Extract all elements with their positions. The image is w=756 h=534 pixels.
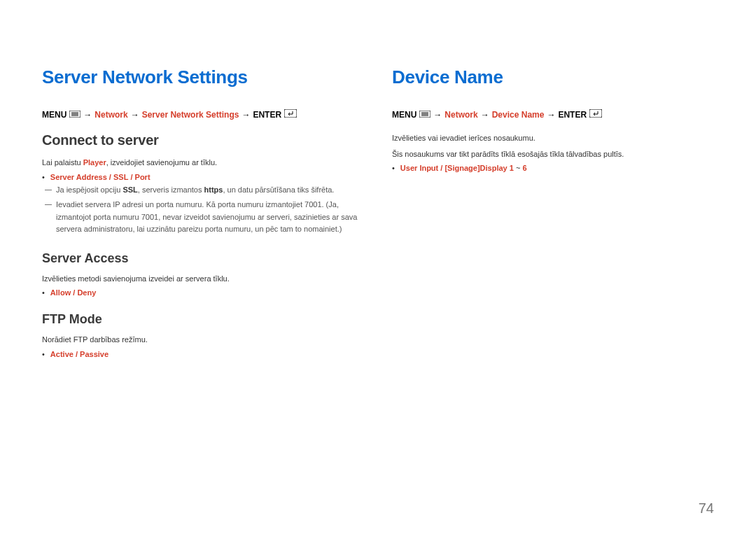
- page-number: 74: [699, 500, 714, 517]
- connect-to-server-heading: Connect to server: [42, 132, 364, 148]
- opt-port: Port: [135, 173, 150, 181]
- bullet-dot: •: [42, 350, 45, 358]
- bullet-dot: •: [392, 164, 395, 172]
- path-item: Device Name: [492, 110, 545, 120]
- enter-icon: [284, 109, 297, 120]
- path-network: Network: [94, 110, 127, 120]
- ssl-note: Ja iespējosit opciju SSL, serveris izman…: [42, 184, 364, 197]
- dash-icon: [45, 204, 52, 205]
- svg-rect-9: [589, 109, 602, 118]
- left-column: Server Network Settings MENU → Network →…: [42, 66, 364, 361]
- player-keyword: Player: [83, 158, 106, 167]
- server-access-heading: Server Access: [42, 251, 364, 266]
- enter-label: ENTER: [253, 110, 281, 120]
- path-item: Server Network Settings: [142, 110, 239, 120]
- arrow: →: [433, 110, 442, 120]
- opt-signage-suffix: 6: [522, 164, 526, 172]
- two-column-layout: Server Network Settings MENU → Network →…: [42, 66, 714, 361]
- opt-allow: Allow: [50, 288, 71, 297]
- opt-ssl: SSL: [113, 173, 128, 181]
- menu-icon: [69, 110, 80, 120]
- arrow: →: [547, 110, 555, 120]
- path-network: Network: [444, 110, 477, 120]
- bullet-dot: •: [42, 173, 45, 181]
- device-name-heading: Device Name: [392, 66, 714, 88]
- access-para: Izvēlieties metodi savienojuma izveidei …: [42, 273, 364, 285]
- opt-signage-prefix: [Signage]Display 1: [444, 164, 513, 172]
- connect-options: • Server Address / SSL / Port: [42, 173, 364, 181]
- right-column: Device Name MENU → Network → Device Name…: [392, 66, 714, 361]
- menu-path-dn: MENU → Network → Device Name → ENTER: [392, 109, 714, 120]
- opt-range-sep: ~: [514, 164, 523, 172]
- bullet-dot: •: [42, 288, 45, 297]
- arrow: →: [481, 110, 489, 120]
- menu-label: MENU: [392, 110, 416, 120]
- menu-icon: [419, 110, 430, 120]
- dn-para1: Izvēlieties vai ievadiet ierīces nosauku…: [392, 132, 714, 144]
- dash-icon: [45, 190, 52, 190]
- opt-user-input: User Input: [400, 164, 438, 172]
- menu-label: MENU: [42, 110, 66, 120]
- enter-icon: [589, 109, 602, 120]
- ftp-options: • Active / Passive: [42, 350, 364, 358]
- opt-passive: Passive: [80, 350, 108, 358]
- access-options: • Allow / Deny: [42, 288, 364, 297]
- connect-para: Lai palaistu Player, izveidojiet savieno…: [42, 157, 364, 169]
- ftp-para: Norādiet FTP darbības režīmu.: [42, 334, 364, 346]
- dn-options: • User Input / [Signage]Display 1 ~ 6: [392, 164, 714, 172]
- opt-active: Active: [50, 350, 74, 358]
- ftp-mode-heading: FTP Mode: [42, 312, 364, 327]
- opt-server-address: Server Address: [50, 173, 107, 181]
- opt-deny: Deny: [77, 288, 96, 297]
- arrow: →: [83, 110, 92, 120]
- port-note: Ievadiet servera IP adresi un porta numu…: [42, 199, 364, 236]
- menu-path-sns: MENU → Network → Server Network Settings…: [42, 109, 364, 120]
- arrow: →: [131, 110, 139, 120]
- enter-label: ENTER: [558, 110, 587, 120]
- svg-rect-4: [284, 109, 297, 118]
- arrow: →: [241, 110, 250, 120]
- dn-para2: Šis nosaukums var tikt parādīts tīklā es…: [392, 148, 714, 160]
- server-network-settings-heading: Server Network Settings: [42, 66, 364, 88]
